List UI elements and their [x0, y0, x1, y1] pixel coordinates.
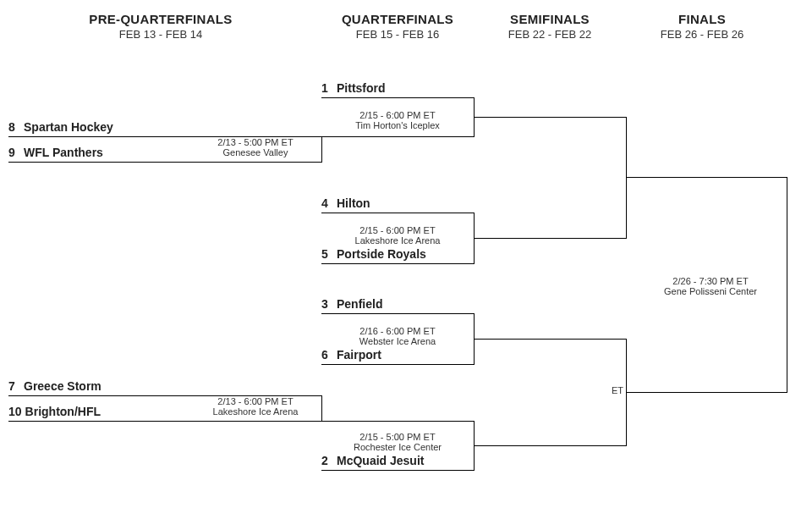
bracket-line	[321, 364, 474, 365]
match-time: 2/15 - 5:00 PM ET	[338, 432, 457, 442]
seed: 1	[321, 81, 333, 95]
bracket-line	[474, 238, 626, 239]
team-name: Greece Storm	[24, 379, 102, 393]
match-info-pq1: 2/13 - 5:00 PM ET Genesee Valley	[196, 137, 315, 157]
team-name: Pittsford	[337, 81, 386, 95]
match-time: 2/15 - 6:00 PM ET	[338, 110, 457, 120]
round-title: FINALS	[626, 12, 778, 26]
team-pq2-bot: 10Brighton/HFL	[8, 405, 101, 422]
team-name: McQuaid Jesuit	[337, 454, 424, 467]
team-qf3-bot: 6Fairport	[321, 348, 381, 365]
team-qf2-top: 4Hilton	[321, 196, 370, 213]
match-info-qf1: 2/15 - 6:00 PM ET Tim Horton's Iceplex	[338, 110, 457, 130]
team-name: Fairport	[337, 348, 381, 362]
round-dates: FEB 22 - FEB 22	[474, 28, 626, 41]
match-time: 2/16 - 6:00 PM ET	[338, 326, 457, 336]
bracket-line	[474, 117, 626, 118]
match-venue: Rochester Ice Center	[338, 442, 457, 452]
seed: 8	[8, 120, 20, 134]
bracket-line	[626, 177, 787, 178]
bracket-line	[321, 136, 474, 137]
bracket-line	[321, 421, 474, 422]
match-venue: Gene Polisseni Center	[643, 286, 778, 296]
round-title: PRE-QUARTERFINALS	[0, 12, 321, 26]
bracket-line	[321, 97, 474, 98]
match-info-qf2: 2/15 - 6:00 PM ET Lakeshore Ice Arena	[338, 225, 457, 246]
team-name: WFL Panthers	[24, 146, 103, 159]
match-venue: Webster Ice Arena	[338, 336, 457, 346]
match-time: ET	[592, 385, 643, 395]
team-qf2-bot: 5Portside Royals	[321, 247, 426, 264]
match-info-pq2: 2/13 - 6:00 PM ET Lakeshore Ice Arena	[196, 396, 315, 417]
round-header-f: FINALS FEB 26 - FEB 26	[626, 12, 778, 41]
bracket-line	[321, 313, 474, 314]
match-venue: Lakeshore Ice Arena	[196, 406, 315, 417]
match-time: 2/13 - 5:00 PM ET	[196, 137, 315, 147]
team-name: Spartan Hockey	[24, 120, 113, 134]
round-title: QUARTERFINALS	[321, 12, 474, 26]
team-name: Portside Royals	[337, 247, 426, 261]
seed: 5	[321, 247, 333, 261]
round-header-qf: QUARTERFINALS FEB 15 - FEB 16	[321, 12, 474, 41]
match-venue: Lakeshore Ice Arena	[338, 235, 457, 246]
bracket-line	[626, 392, 787, 393]
bracket-line	[321, 136, 322, 163]
bracket-line	[321, 263, 474, 264]
round-header-pq: PRE-QUARTERFINALS FEB 13 - FEB 14	[0, 12, 321, 41]
team-name: Brighton/HFL	[25, 405, 101, 418]
seed: 4	[321, 196, 333, 210]
round-header-sf: SEMIFINALS FEB 22 - FEB 22	[474, 12, 626, 41]
bracket-line	[8, 162, 321, 163]
team-pq1-top: 8Spartan Hockey	[8, 120, 113, 137]
seed: 10	[8, 405, 22, 418]
bracket-line	[8, 395, 186, 396]
match-info-sf2: ET	[592, 385, 643, 395]
seed: 2	[321, 454, 333, 467]
bracket-line	[186, 395, 322, 396]
bracket-line	[787, 177, 787, 393]
team-pq2-top: 7Greece Storm	[8, 379, 102, 396]
round-title: SEMIFINALS	[474, 12, 626, 26]
team-name: Penfield	[337, 297, 382, 311]
round-dates: FEB 13 - FEB 14	[0, 28, 321, 41]
bracket-line	[321, 470, 474, 471]
seed: 6	[321, 348, 333, 362]
match-venue: Genesee Valley	[196, 147, 315, 157]
round-dates: FEB 15 - FEB 16	[321, 28, 474, 41]
bracket-line	[321, 395, 322, 422]
match-time: 2/13 - 6:00 PM ET	[196, 396, 315, 406]
team-qf3-top: 3Penfield	[321, 297, 382, 314]
seed: 3	[321, 297, 333, 311]
team-pq1-bot: 9WFL Panthers	[8, 146, 103, 163]
team-qf1-top: 1Pittsford	[321, 81, 386, 98]
match-info-final: 2/26 - 7:30 PM ET Gene Polisseni Center	[643, 276, 778, 296]
match-time: 2/26 - 7:30 PM ET	[643, 276, 778, 286]
match-venue: Tim Horton's Iceplex	[338, 120, 457, 130]
match-info-qf3: 2/16 - 6:00 PM ET Webster Ice Arena	[338, 326, 457, 346]
match-time: 2/15 - 6:00 PM ET	[338, 225, 457, 235]
bracket-line	[8, 421, 321, 422]
seed: 7	[8, 379, 20, 393]
round-dates: FEB 26 - FEB 26	[626, 28, 778, 41]
team-name: Hilton	[337, 196, 370, 210]
bracket-line	[8, 136, 186, 137]
bracket-line	[626, 117, 627, 239]
team-qf4-bot: 2McQuaid Jesuit	[321, 454, 424, 471]
match-info-qf4: 2/15 - 5:00 PM ET Rochester Ice Center	[338, 432, 457, 452]
bracket-line	[474, 445, 626, 446]
bracket-line	[321, 213, 474, 213]
bracket-line	[474, 339, 626, 340]
bracket-line	[186, 136, 322, 137]
seed: 9	[8, 146, 20, 159]
